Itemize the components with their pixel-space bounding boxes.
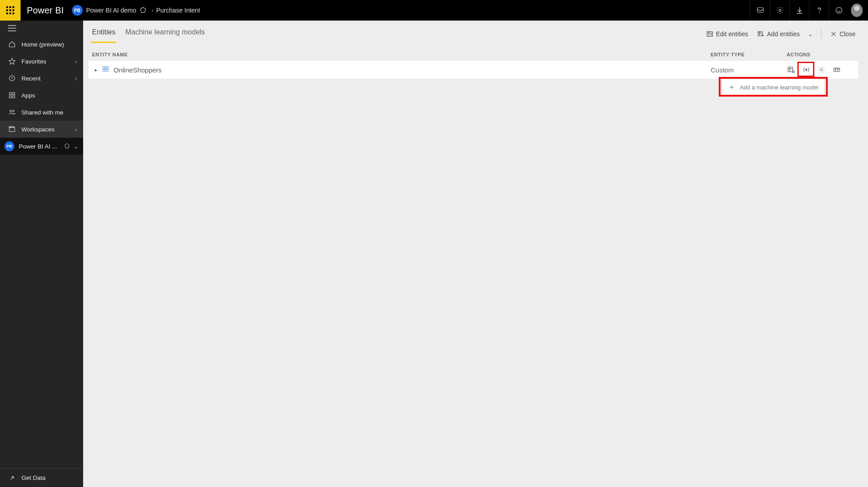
workspace-badge: PB: [72, 5, 83, 16]
svg-rect-5: [13, 9, 14, 11]
svg-rect-30: [758, 32, 762, 36]
edit-entities-button[interactable]: Edit entities: [704, 29, 751, 39]
sidebar-item-label: Favorites: [21, 58, 75, 65]
svg-rect-6: [6, 13, 8, 14]
svg-point-12: [836, 7, 842, 13]
entity-type: Custom: [711, 66, 787, 74]
content-toolbar: Entities Machine learning models Edit en…: [83, 21, 868, 43]
svg-rect-2: [13, 6, 14, 8]
svg-point-24: [13, 110, 14, 111]
svg-rect-20: [13, 93, 15, 95]
breadcrumb-workspace[interactable]: Power BI AI demo: [86, 7, 136, 14]
apps-icon: [8, 92, 16, 99]
add-entities-dropdown[interactable]: ⌄: [806, 30, 815, 38]
action-refresh-button[interactable]: [832, 65, 841, 74]
svg-rect-3: [6, 9, 8, 11]
add-entities-label: Add entities: [767, 30, 800, 38]
help-button[interactable]: [809, 0, 829, 21]
svg-rect-9: [757, 8, 763, 13]
sidebar-item-favorites[interactable]: Favorites ›: [0, 53, 83, 70]
sidebar-item-label: Recent: [21, 75, 75, 82]
svg-rect-25: [9, 127, 15, 131]
svg-rect-4: [9, 9, 11, 11]
svg-rect-19: [9, 93, 12, 95]
svg-rect-46: [834, 68, 839, 72]
feedback-button[interactable]: [829, 0, 848, 21]
entity-actions: [787, 65, 858, 74]
svg-point-11: [819, 13, 820, 13]
col-header-name: ENTITY NAME: [92, 52, 711, 57]
sidebar-item-label: Shared with me: [21, 109, 77, 116]
hamburger-icon: [8, 25, 16, 31]
account-button[interactable]: [848, 0, 868, 21]
app-launcher-button[interactable]: [0, 0, 21, 21]
toolbar-actions: Edit entities Add entities ⌄ Close: [704, 29, 858, 43]
svg-rect-1: [9, 6, 11, 8]
breadcrumb-separator: ›: [152, 7, 154, 14]
chevron-right-icon: ›: [75, 75, 77, 82]
sidebar-item-label: Home (preview): [21, 41, 77, 48]
sidebar-get-data[interactable]: Get Data: [0, 468, 83, 487]
close-label: Close: [839, 30, 855, 38]
sidebar-item-label: Apps: [21, 92, 77, 99]
sidebar: Home (preview) Favorites › Recent › Apps: [0, 21, 83, 487]
premium-icon: [140, 7, 146, 14]
table-header-row: ENTITY NAME ENTITY TYPE ACTIONS: [88, 52, 858, 61]
settings-button[interactable]: [770, 0, 789, 21]
tab-entities[interactable]: Entities: [91, 22, 116, 43]
avatar: [851, 4, 863, 17]
action-ml-button[interactable]: [802, 65, 811, 74]
premium-icon: [64, 142, 70, 150]
svg-point-23: [10, 110, 12, 112]
home-icon: [8, 41, 16, 48]
add-ml-model-menu-item[interactable]: ＋ Add a machine learning model: [721, 79, 825, 97]
breadcrumb-item: Purchase Intent: [156, 7, 200, 14]
tabs: Entities Machine learning models: [91, 22, 206, 43]
star-icon: [8, 58, 16, 65]
svg-point-14: [839, 9, 840, 10]
main: Home (preview) Favorites › Recent › Apps: [0, 21, 868, 487]
workspace-label: Power BI AI ...: [19, 143, 64, 150]
close-button[interactable]: Close: [828, 29, 858, 39]
table-row[interactable]: ▸ OnlineShoppers Custom: [88, 61, 858, 79]
toolbar-separator: [821, 30, 822, 38]
breadcrumb: PB Power BI AI demo › Purchase Intent: [72, 5, 204, 16]
add-entities-button[interactable]: Add entities: [754, 29, 802, 39]
sidebar-item-label: Get Data: [21, 474, 77, 481]
notifications-button[interactable]: [750, 0, 770, 21]
waffle-icon: [6, 6, 14, 14]
chevron-right-icon: ›: [75, 58, 77, 65]
action-schema-button[interactable]: [787, 65, 796, 74]
sidebar-item-apps[interactable]: Apps: [0, 87, 83, 104]
clock-icon: [8, 75, 16, 82]
sidebar-toggle[interactable]: [0, 21, 83, 36]
entities-table: ENTITY NAME ENTITY TYPE ACTIONS ▸ Online…: [83, 43, 868, 79]
edit-entities-label: Edit entities: [716, 30, 748, 38]
sidebar-item-home[interactable]: Home (preview): [0, 36, 83, 53]
tab-ml-models[interactable]: Machine learning models: [124, 22, 206, 43]
expand-toggle[interactable]: ▸: [92, 67, 100, 73]
col-header-actions: ACTIONS: [787, 52, 858, 57]
svg-point-44: [806, 69, 807, 70]
svg-rect-21: [9, 96, 12, 98]
sidebar-item-workspaces[interactable]: Workspaces ›: [0, 121, 83, 138]
content: Entities Machine learning models Edit en…: [83, 21, 868, 487]
plus-icon: ＋: [728, 83, 735, 92]
table-icon: [102, 65, 109, 74]
entity-name: OnlineShoppers: [114, 66, 711, 74]
workspace-badge-small: PB: [4, 141, 14, 151]
sidebar-item-recent[interactable]: Recent ›: [0, 70, 83, 87]
svg-rect-22: [13, 96, 15, 98]
svg-rect-40: [788, 67, 793, 72]
app-name: Power BI: [21, 5, 72, 16]
shared-icon: [8, 109, 16, 116]
svg-rect-8: [13, 13, 14, 14]
topbar-actions: [750, 0, 868, 21]
download-button[interactable]: [789, 0, 809, 21]
action-settings-button[interactable]: [817, 65, 826, 74]
col-header-type: ENTITY TYPE: [711, 52, 787, 57]
sidebar-item-shared[interactable]: Shared with me: [0, 104, 83, 121]
svg-rect-7: [9, 13, 11, 14]
sidebar-current-workspace[interactable]: PB Power BI AI ... ⌄: [0, 138, 83, 155]
chevron-down-icon: ⌄: [73, 143, 79, 150]
